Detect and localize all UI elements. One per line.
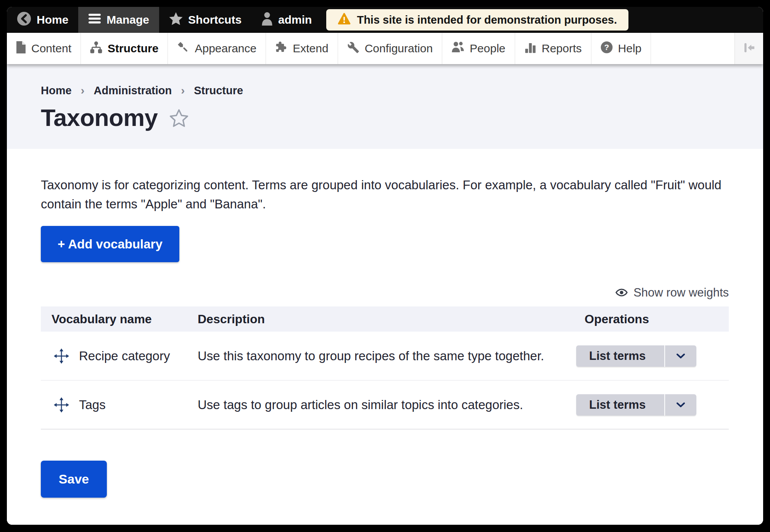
menu-item-content[interactable]: Content [7,33,81,64]
menu-item-label: Appearance [195,42,256,55]
menu-item-help[interactable]: ? Help [591,33,651,64]
vocabulary-name: Recipe category [79,349,170,363]
toolbar-item-label: Manage [106,13,149,26]
page-title: Taxonomy [41,104,158,131]
collapse-left-icon [742,42,756,55]
list-terms-dropdown-button[interactable]: List terms [576,345,696,367]
menu-item-label: Extend [293,42,328,55]
paintbrush-icon [177,41,189,56]
list-terms-dropdown-button[interactable]: List terms [576,394,696,416]
title-row: Taxonomy [41,104,729,131]
list-terms-label: List terms [576,398,664,412]
menu-item-people[interactable]: People [442,33,515,64]
svg-text:?: ? [604,43,609,52]
chevron-down-icon[interactable] [665,353,696,359]
admin-menu-bar: Content Structure [7,33,763,64]
page-header: Home › Administration › Structure Taxono… [7,64,763,149]
breadcrumb: Home › Administration › Structure [41,84,729,97]
question-icon: ? [601,41,613,56]
bookmark-star-icon[interactable] [168,108,190,131]
vocabulary-table: Vocabulary name Description Operations [41,306,729,429]
demo-warning-text: This site is intended for demonstration … [357,14,617,26]
toolbar-item-shortcuts[interactable]: Shortcuts [159,7,251,33]
people-icon [451,41,464,56]
taxonomy-intro-text: Taxonomy is for categorizing content. Te… [41,176,728,214]
breadcrumb-home[interactable]: Home [41,84,72,97]
toolbar-item-home[interactable]: Home [7,7,78,33]
menu-item-extend[interactable]: Extend [266,33,338,64]
file-icon [16,41,26,56]
screen: Home Manage Shortcuts [0,0,770,532]
menu-item-reports[interactable]: Reports [515,33,591,64]
warning-triangle-icon [338,13,351,27]
column-header-operations: Operations [576,312,729,326]
column-header-description: Description [198,312,576,326]
toolbar-item-label: Home [37,13,68,26]
show-row-weights-link[interactable]: Show row weights [41,286,729,300]
add-vocabulary-button[interactable]: + Add vocabulary [41,226,179,262]
vocabulary-description: Use this taxonomy to group recipes of th… [198,349,576,363]
main-content: Taxonomy is for categorizing content. Te… [7,149,763,525]
menu-item-structure[interactable]: Structure [81,33,168,64]
toolbar-item-admin[interactable]: admin [251,7,322,33]
hamburger-icon [88,13,101,27]
star-icon [169,12,183,28]
menu-item-label: Reports [542,42,582,55]
table-row: Tags Use tags to group articles on simil… [41,380,729,429]
save-button[interactable]: Save [41,461,107,498]
admin-toolbar: Home Manage Shortcuts [7,7,763,33]
browser-viewport: Home Manage Shortcuts [7,7,763,525]
menu-item-label: Help [618,42,642,55]
puzzle-icon [275,41,287,56]
breadcrumb-separator-icon: › [81,84,85,97]
menu-item-configuration[interactable]: Configuration [338,33,442,64]
show-row-weights-label: Show row weights [633,286,729,300]
back-arrow-icon [17,11,31,29]
breadcrumb-separator-icon: › [181,84,185,97]
list-terms-label: List terms [576,349,664,363]
toolbar-item-label: Shortcuts [188,13,242,26]
menu-item-label: Content [31,42,71,55]
eye-icon [615,286,628,300]
breadcrumb-structure[interactable]: Structure [194,84,243,97]
menu-item-label: Structure [108,42,158,55]
column-header-vocabulary-name: Vocabulary name [41,312,198,326]
menu-item-label: Configuration [365,42,433,55]
table-row: Recipe category Use this taxonomy to gro… [41,332,729,380]
vocabulary-description: Use tags to group articles on similar to… [198,398,576,412]
wrench-icon [347,41,359,56]
collapse-toolbar-button[interactable] [735,33,763,64]
vocabulary-name: Tags [79,398,106,412]
drag-handle-icon[interactable] [54,348,69,364]
sitemap-icon [90,41,102,56]
toolbar-item-manage[interactable]: Manage [78,7,159,33]
chevron-down-icon[interactable] [665,402,696,408]
menu-bar-spacer [651,33,735,64]
toolbar-item-label: admin [278,13,312,26]
breadcrumb-administration[interactable]: Administration [94,84,172,97]
table-header-row: Vocabulary name Description Operations [41,306,729,332]
demo-warning-banner: This site is intended for demonstration … [326,9,628,31]
bar-chart-icon [524,41,536,56]
menu-item-label: People [470,42,505,55]
user-icon [261,12,273,28]
menu-item-appearance[interactable]: Appearance [168,33,266,64]
drag-handle-icon[interactable] [54,397,69,413]
